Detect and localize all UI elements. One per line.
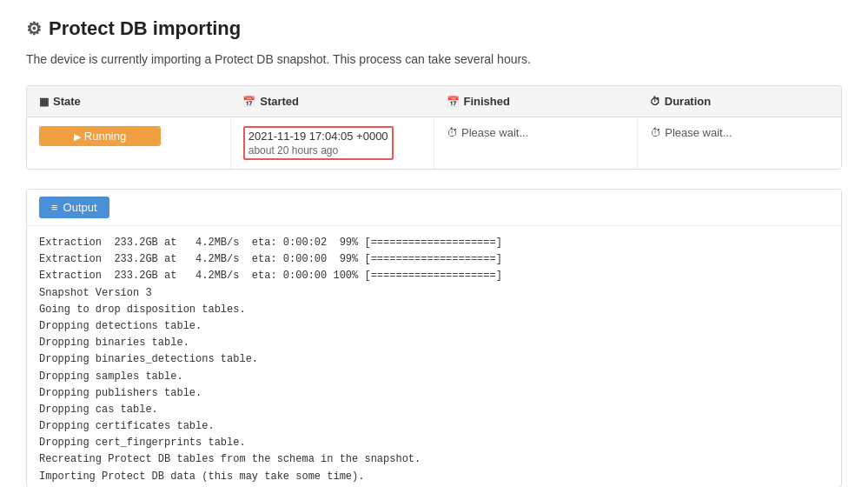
duration-text: Please wait... bbox=[665, 126, 732, 139]
header-started: 📅Started bbox=[230, 86, 434, 117]
calendar-finished-icon: 📅 bbox=[447, 96, 460, 108]
duration-cell: ⏱ Please wait... bbox=[638, 117, 841, 170]
gear-icon: ⚙ bbox=[26, 18, 42, 39]
status-table: ▦State 📅Started 📅Finished ⏱Duration ▶Run… bbox=[27, 86, 841, 169]
started-cell: 2021-11-19 17:04:05 +0000 about 20 hours… bbox=[230, 117, 434, 170]
play-icon: ▶ bbox=[74, 131, 81, 142]
title-text: Protect DB importing bbox=[49, 17, 241, 40]
table-row: ▶Running 2021-11-19 17:04:05 +0000 about… bbox=[27, 117, 841, 170]
finished-cell: ⏱ Please wait... bbox=[434, 117, 638, 170]
status-table-wrapper: ▦State 📅Started 📅Finished ⏱Duration ▶Run… bbox=[26, 85, 842, 170]
header-finished: 📅Finished bbox=[434, 86, 638, 117]
state-cell: ▶Running bbox=[27, 117, 230, 170]
grid-icon: ▦ bbox=[39, 96, 49, 108]
page-description: The device is currently importing a Prot… bbox=[26, 52, 842, 66]
header-duration: ⏱Duration bbox=[638, 86, 841, 117]
clock-header-icon: ⏱ bbox=[650, 96, 660, 108]
header-state: ▦State bbox=[27, 86, 230, 117]
finished-text: Please wait... bbox=[461, 126, 528, 139]
output-content[interactable]: Extraction 233.2GB at 4.2MB/s eta: 0:00:… bbox=[27, 226, 841, 487]
started-highlight: 2021-11-19 17:04:05 +0000 about 20 hours… bbox=[243, 126, 394, 160]
clock-finished-icon: ⏱ bbox=[447, 126, 458, 139]
finished-wait: ⏱ Please wait... bbox=[447, 126, 625, 139]
list-icon: ≡ bbox=[51, 201, 58, 214]
output-section: ≡ Output Extraction 233.2GB at 4.2MB/s e… bbox=[26, 189, 842, 487]
page-title: ⚙ Protect DB importing bbox=[26, 17, 842, 40]
output-button[interactable]: ≡ Output bbox=[39, 197, 109, 218]
started-relative-time: about 20 hours ago bbox=[248, 144, 388, 157]
output-header: ≡ Output bbox=[27, 190, 841, 226]
table-header-row: ▦State 📅Started 📅Finished ⏱Duration bbox=[27, 86, 841, 117]
clock-duration-icon: ⏱ bbox=[650, 126, 661, 139]
duration-wait: ⏱ Please wait... bbox=[650, 126, 829, 139]
state-badge: ▶Running bbox=[39, 126, 161, 146]
output-button-label: Output bbox=[63, 201, 97, 214]
calendar-started-icon: 📅 bbox=[242, 96, 255, 108]
started-datetime: 2021-11-19 17:04:05 +0000 bbox=[248, 130, 388, 143]
